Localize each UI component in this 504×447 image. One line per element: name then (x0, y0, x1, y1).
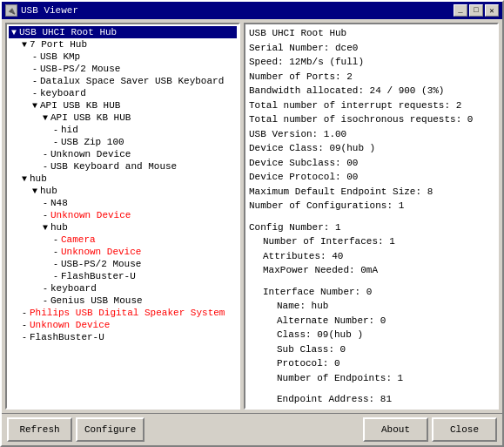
tree-item-camera[interactable]: - Camera (9, 234, 237, 246)
expander-usbps2mouse2: - (50, 260, 61, 269)
expander-unknown-red2: - (50, 247, 61, 257)
tree-label-root: USB UHCI Root Hub (19, 27, 117, 37)
tree-item-root[interactable]: ▼ USB UHCI Root Hub (9, 26, 237, 38)
tree-label-apihub-child: API USB KB HUB (50, 112, 131, 123)
detail-line-17: Interface Number: 0 (249, 285, 494, 300)
tree-item-keyboard2[interactable]: - keyboard (9, 282, 237, 295)
tree-label-datalux: Datalux Space Saver USB Keyboard (40, 76, 224, 86)
tree-label-flashbuster2: FlashBuster-U (30, 332, 104, 342)
tree-item-datalux[interactable]: - Datalux Space Saver USB Keyboard (9, 75, 237, 87)
tree-label-7porthub: 7 Port Hub (30, 39, 87, 50)
detail-line-7: USB Version: 1.00 (249, 127, 494, 142)
expander-hub2: ▼ (30, 186, 40, 196)
detail-line-19: Alternate Number: 0 (249, 314, 494, 328)
detail-line-9: Device Subclass: 00 (249, 156, 494, 171)
detail-content: USB UHCI Root Hub Serial Number: dce0 Sp… (249, 26, 494, 410)
tree-label-usbkmp: USB KMp (40, 51, 80, 62)
detail-line-12: Number of Configurations: 1 (249, 199, 494, 213)
expander-usbzip: - (50, 138, 61, 147)
title-bar-controls: _ □ ✕ (454, 4, 499, 17)
expander-7porthub: ▼ (19, 40, 30, 50)
refresh-button[interactable]: Refresh (7, 417, 72, 442)
maximize-button[interactable]: □ (469, 4, 483, 17)
detail-line-14: Number of Interfaces: 1 (249, 234, 494, 249)
close-window-button[interactable]: Close (432, 417, 497, 442)
tree-item-genius[interactable]: - Genius USB Mouse (9, 295, 237, 307)
tree-label-usbps2mouse2: USB-PS/2 Mouse (61, 259, 141, 269)
tree-item-flashbuster2[interactable]: - FlashBuster-U (9, 331, 237, 343)
about-button[interactable]: About (363, 417, 428, 442)
detail-line-10: Device Protocol: 00 (249, 170, 494, 185)
title-bar-left: 🔌 USB Viewer (5, 4, 78, 17)
expander-datalux: - (30, 77, 40, 86)
device-tree: ▼ USB UHCI Root Hub ▼ 7 Port Hub - USB K… (7, 24, 239, 345)
blank-1 (249, 213, 494, 220)
tree-label-apihub: API USB KB HUB (40, 100, 120, 111)
tree-item-hid[interactable]: - hid (9, 124, 237, 136)
detail-line-21: Sub Class: 0 (249, 342, 494, 357)
tree-label-keyboard1: keyboard (40, 88, 86, 98)
tree-label-usbkbdmouse: USB Keyboard and Mouse (50, 161, 177, 172)
expander-root: ▼ (9, 28, 19, 37)
expander-unknown-red1: - (40, 211, 50, 220)
detail-line-24: Endpoint Address: 81 (249, 392, 494, 407)
detail-line-2: Speed: 12Mb/s (full) (249, 55, 494, 70)
minimize-button[interactable]: _ (454, 4, 467, 17)
detail-line-18: Name: hub (249, 299, 494, 314)
tree-item-unknown-red1[interactable]: - Unknown Device (9, 209, 237, 221)
tree-item-hub3[interactable]: ▼ hub (9, 221, 237, 234)
tree-label-hid: hid (61, 125, 78, 135)
expander-usbkmp: - (30, 52, 40, 62)
tree-item-unknown-red2[interactable]: - Unknown Device (9, 246, 237, 258)
tree-item-apihub[interactable]: ▼ API USB KB HUB (9, 99, 237, 112)
tree-label-philips: Philips USB Digital Speaker System (30, 308, 225, 318)
expander-hub1: ▼ (19, 174, 30, 184)
tree-label-unknown1: Unknown Device (50, 149, 131, 159)
expander-keyboard1: - (30, 89, 40, 98)
bottom-buttons-right: About Close (363, 417, 497, 442)
detail-line-13: Config Number: 1 (249, 220, 494, 235)
detail-line-4: Bandwidth allocated: 24 / 900 (3%) (249, 84, 494, 98)
expander-hub3: ▼ (40, 223, 50, 233)
blank-3 (249, 385, 494, 392)
tree-item-usbzip[interactable]: - USB Zip 100 (9, 136, 237, 148)
tree-label-usbzip: USB Zip 100 (61, 137, 124, 147)
tree-label-keyboard2: keyboard (50, 283, 97, 294)
tree-item-usbps2mouse2[interactable]: - USB-PS/2 Mouse (9, 258, 237, 270)
tree-item-flashbuster1[interactable]: - FlashBuster-U (9, 270, 237, 282)
tree-item-usbkbdmouse[interactable]: - USB Keyboard and Mouse (9, 160, 237, 173)
tree-item-hub2[interactable]: ▼ hub (9, 185, 237, 197)
tree-item-7porthub[interactable]: ▼ 7 Port Hub (9, 38, 237, 51)
tree-item-unknown1[interactable]: - Unknown Device (9, 148, 237, 160)
detail-line-20: Class: 09(hub ) (249, 328, 494, 342)
tree-item-usbkmp[interactable]: - USB KMp (9, 51, 237, 63)
tree-item-philips[interactable]: - Philips USB Digital Speaker System (9, 307, 237, 319)
title-bar: 🔌 USB Viewer _ □ ✕ (2, 2, 502, 19)
expander-usbkbdmouse: - (40, 162, 50, 172)
configure-button[interactable]: Configure (76, 417, 144, 442)
tree-label-hub2: hub (40, 186, 57, 196)
tree-label-n48: N48 (50, 198, 68, 208)
window-title: USB Viewer (21, 5, 78, 16)
expander-flashbuster1: - (50, 272, 61, 281)
expander-keyboard2: - (40, 284, 50, 294)
tree-label-hub3: hub (50, 222, 68, 233)
tree-label-genius: Genius USB Mouse (50, 295, 143, 306)
detail-line-25: Direction: in (249, 407, 494, 410)
detail-panel: USB UHCI Root Hub Serial Number: dce0 Sp… (244, 23, 499, 410)
tree-item-n48[interactable]: - N48 (9, 197, 237, 209)
tree-label-usbps2mouse: USB-PS/2 Mouse (40, 64, 120, 74)
expander-unknown-red3: - (19, 321, 30, 330)
blank-2 (249, 278, 494, 285)
close-button[interactable]: ✕ (485, 4, 499, 17)
tree-item-usbps2mouse[interactable]: - USB-PS/2 Mouse (9, 63, 237, 75)
detail-line-11: Maximum Default Endpoint Size: 8 (249, 185, 494, 200)
tree-label-unknown-red2: Unknown Device (61, 247, 141, 257)
tree-label-unknown-red3: Unknown Device (30, 320, 110, 330)
tree-item-unknown-red3[interactable]: - Unknown Device (9, 319, 237, 331)
tree-item-hub1[interactable]: ▼ hub (9, 173, 237, 185)
expander-unknown1: - (40, 150, 50, 159)
tree-item-keyboard1[interactable]: - keyboard (9, 87, 237, 99)
tree-item-apihub-child[interactable]: ▼ API USB KB HUB (9, 112, 237, 124)
detail-line-8: Device Class: 09(hub ) (249, 141, 494, 156)
